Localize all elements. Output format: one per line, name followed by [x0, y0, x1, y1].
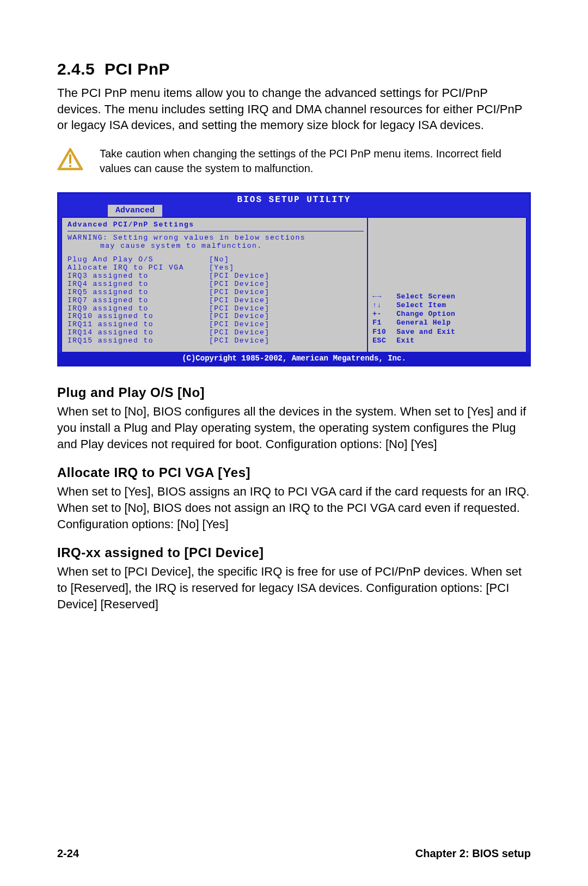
bios-nav-row: F1General Help [372, 319, 522, 327]
bios-setting-row: IRQ11 assigned to[PCI Device] [68, 321, 364, 329]
bios-main: Advanced PCI/PnP Settings WARNING: Setti… [61, 217, 527, 353]
bios-setting-row: Allocate IRQ to PCI VGA[Yes] [68, 264, 364, 272]
subsection-body: When set to [Yes], BIOS assigns an IRQ t… [57, 484, 531, 532]
caution-block: Take caution when changing the settings … [57, 146, 531, 176]
bios-right-panel: ←→Select Screen ↑↓Select Item +-Change O… [368, 218, 526, 352]
bios-warning-1: WARNING: Setting wrong values in below s… [68, 234, 364, 242]
bios-nav-row: ESCExit [372, 337, 522, 345]
subsection-heading: Plug and Play O/S [No] [57, 385, 531, 400]
subsection-body: When set to [No], BIOS configures all th… [57, 404, 531, 452]
bios-setting-row: IRQ5 assigned to[PCI Device] [68, 289, 364, 297]
section-title-text: PCI PnP [105, 60, 170, 78]
bios-divider [68, 231, 364, 231]
svg-point-3 [69, 165, 71, 167]
bios-tab-advanced: Advanced [108, 205, 162, 217]
bios-setting-row: IRQ4 assigned to[PCI Device] [68, 280, 364, 289]
subsection-heading: Allocate IRQ to PCI VGA [Yes] [57, 465, 531, 480]
subsection-heading: IRQ-xx assigned to [PCI Device] [57, 545, 531, 560]
section-heading: 2.4.5 PCI PnP [57, 60, 531, 78]
bios-setting-row: IRQ9 assigned to[PCI Device] [68, 305, 364, 313]
subsection-body: When set to [PCI Device], the specific I… [57, 564, 531, 612]
bios-nav-row: F10Save and Exit [372, 328, 522, 337]
bios-screenshot: BIOS SETUP UTILITY Advanced Advanced PCI… [57, 192, 531, 366]
page-number: 2-24 [57, 847, 79, 860]
bios-setting-row: IRQ10 assigned to[PCI Device] [68, 313, 364, 321]
bios-copyright: (C)Copyright 1985-2002, American Megatre… [59, 353, 529, 365]
bios-nav-row: ↑↓Select Item [372, 301, 522, 310]
bios-warning-2: may cause system to malfunction. [68, 242, 364, 250]
bios-setting-row: IRQ15 assigned to[PCI Device] [68, 337, 364, 345]
page-footer: 2-24 Chapter 2: BIOS setup [57, 847, 531, 860]
section-intro: The PCI PnP menu items allow you to chan… [57, 85, 531, 133]
bios-panel-heading: Advanced PCI/PnP Settings [68, 221, 364, 229]
bios-nav-row: +-Change Option [372, 310, 522, 319]
bios-setting-row: Plug And Play O/S[No] [68, 256, 364, 264]
bios-title: BIOS SETUP UTILITY [59, 194, 529, 205]
section-number: 2.4.5 [57, 60, 95, 78]
bios-setting-row: IRQ3 assigned to[PCI Device] [68, 272, 364, 280]
caution-text: Take caution when changing the settings … [100, 146, 531, 176]
bios-setting-row: IRQ7 assigned to[PCI Device] [68, 297, 364, 305]
chapter-label: Chapter 2: BIOS setup [415, 847, 531, 860]
bios-left-panel: Advanced PCI/PnP Settings WARNING: Setti… [62, 218, 368, 352]
bios-tabbar: Advanced [59, 205, 529, 217]
bios-nav-row: ←→Select Screen [372, 292, 522, 301]
caution-icon [57, 148, 83, 174]
bios-setting-row: IRQ14 assigned to[PCI Device] [68, 329, 364, 337]
